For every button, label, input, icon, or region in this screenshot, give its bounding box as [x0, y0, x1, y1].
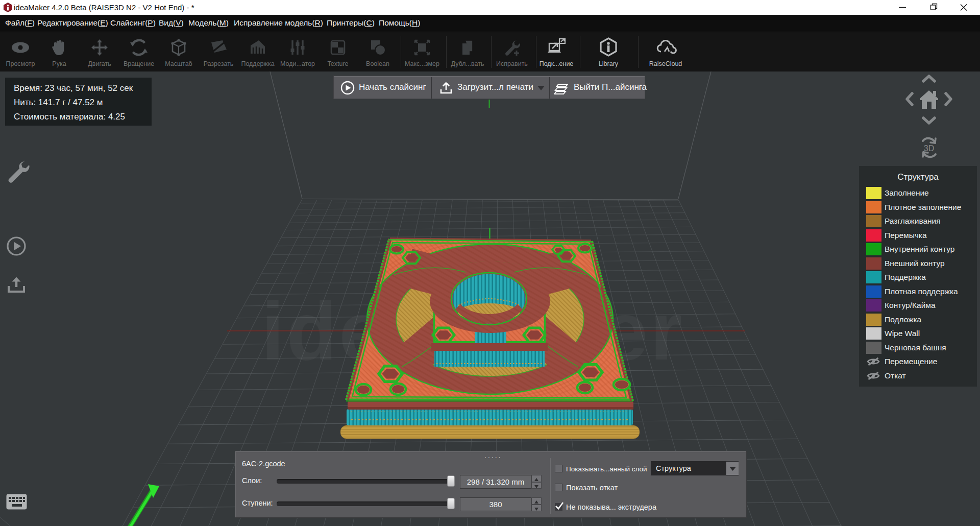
svg-text:3D: 3D: [924, 144, 934, 153]
